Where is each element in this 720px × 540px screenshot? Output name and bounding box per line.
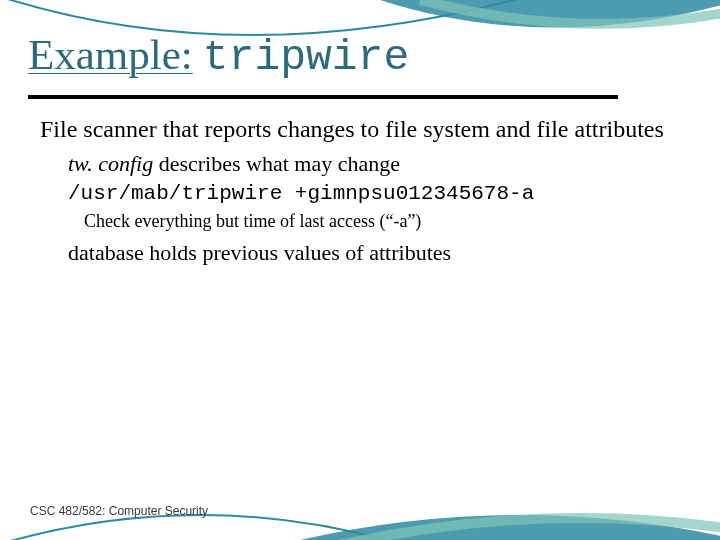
slide-title: Example: tripwire — [28, 30, 409, 82]
description-text: File scanner that reports changes to fil… — [40, 115, 680, 144]
slide: Example: tripwire File scanner that repo… — [0, 0, 720, 540]
check-note-text: Check everything but time of last access… — [84, 210, 680, 233]
database-text: database holds previous values of attrib… — [68, 239, 680, 268]
title-underline — [28, 95, 618, 99]
slide-body: File scanner that reports changes to fil… — [40, 115, 680, 270]
footer-text: CSC 482/582: Computer Security — [30, 504, 208, 518]
config-description: describes what may change — [153, 151, 400, 176]
config-line: tw. config describes what may change — [68, 150, 680, 179]
title-main-text: Example: — [28, 30, 193, 79]
config-filename: tw. config — [68, 151, 153, 176]
command-text: /usr/mab/tripwire +gimnpsu012345678-a — [68, 180, 680, 207]
title-code-text: tripwire — [203, 33, 409, 82]
